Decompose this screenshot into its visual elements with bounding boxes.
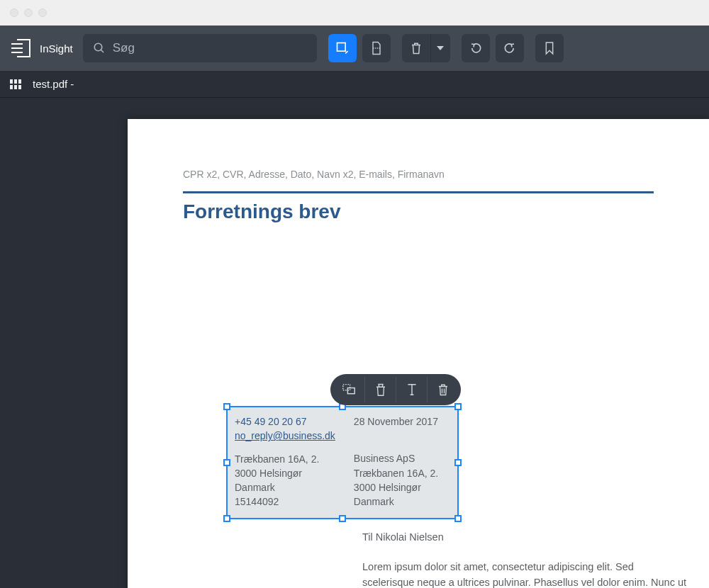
recipient-addr-1: Trækbanen 16A, 2. (354, 466, 450, 480)
ctx-crop-button[interactable] (333, 377, 364, 402)
thumbnail-grid-icon[interactable] (10, 79, 23, 89)
svg-point-0 (94, 43, 102, 51)
bookmark-button[interactable] (535, 34, 564, 62)
select-area-button[interactable] (328, 34, 357, 62)
ctx-text-button[interactable] (396, 377, 427, 402)
resize-handle-s[interactable] (339, 515, 346, 522)
workspace: CPR x2, CVR, Adresse, Dato, Navn x2, E-m… (0, 98, 709, 588)
resize-handle-w[interactable] (223, 459, 230, 466)
recipient-company: Business ApS (354, 451, 450, 465)
window-minimize-icon[interactable] (24, 9, 33, 17)
sender-addr-2: 3000 Helsingør (235, 466, 335, 480)
window-close-icon[interactable] (10, 9, 18, 17)
undo-button[interactable] (496, 34, 524, 62)
svg-rect-1 (337, 43, 345, 52)
sender-email: no_reply@business.dk (235, 429, 335, 443)
app-logo-icon (10, 38, 33, 58)
app-name: InSight (40, 43, 73, 55)
app-brand: InSight (10, 38, 73, 58)
search-field[interactable] (83, 34, 317, 62)
ctx-trash-button[interactable] (364, 377, 396, 402)
letter-date: 28 November 2017 (354, 414, 450, 429)
page-tool-button[interactable] (362, 34, 391, 62)
selection-context-toolbar (330, 374, 461, 405)
redaction-selection[interactable]: +45 49 20 20 67 no_reply@business.dk Træ… (226, 406, 459, 519)
tab-filename[interactable]: test.pdf - (33, 78, 74, 90)
window-titlebar (0, 0, 709, 26)
document-title: Forretnings brev (183, 200, 654, 223)
sidebar-area (0, 98, 128, 588)
tab-bar: test.pdf - (0, 71, 709, 98)
delete-button[interactable] (402, 34, 430, 62)
sender-addr-3: Danmark (235, 480, 335, 494)
resize-handle-se[interactable] (454, 515, 462, 522)
svg-rect-3 (347, 388, 354, 394)
main-toolbar: InSight (0, 26, 709, 71)
redo-button[interactable] (462, 34, 490, 62)
recipient-addr-3: Danmark (354, 494, 450, 509)
resize-handle-nw[interactable] (223, 403, 230, 410)
metadata-tags: CPR x2, CVR, Adresse, Dato, Navn x2, E-m… (183, 169, 654, 180)
search-input[interactable] (113, 41, 307, 55)
letter-paragraph-1: Lorem ipsum dolor sit amet, consectetur … (362, 560, 688, 588)
recipient-addr-2: 3000 Helsingør (354, 480, 450, 494)
sender-addr-4: 15144092 (235, 494, 335, 509)
letter-greeting: Til Nikolai Nielsen (362, 530, 688, 545)
search-icon (93, 42, 106, 55)
svg-rect-2 (343, 385, 350, 390)
sender-phone: +45 49 20 20 67 (235, 414, 335, 429)
window-maximize-icon[interactable] (38, 9, 47, 17)
sender-addr-1: Trækbanen 16A, 2. (235, 452, 335, 466)
title-divider (183, 191, 654, 193)
ctx-delete-button[interactable] (427, 377, 458, 402)
resize-handle-ne[interactable] (454, 403, 462, 410)
letter-body: Til Nikolai Nielsen Lorem ipsum dolor si… (362, 530, 688, 588)
resize-handle-e[interactable] (454, 459, 462, 466)
resize-handle-sw[interactable] (223, 515, 230, 522)
selection-content: +45 49 20 20 67 no_reply@business.dk Træ… (228, 407, 457, 516)
delete-dropdown-button[interactable] (430, 34, 450, 62)
